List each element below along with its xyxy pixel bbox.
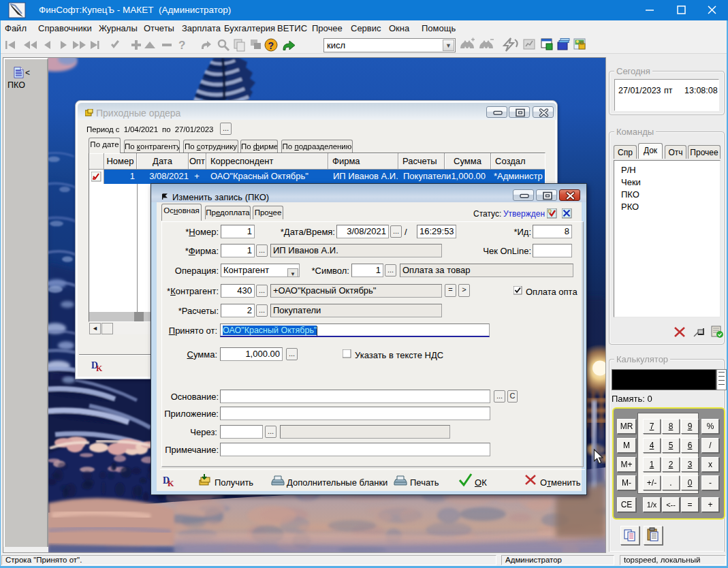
svg-text:K: K — [168, 479, 174, 487]
svg-text:?: ? — [178, 39, 185, 52]
svg-text:?: ? — [268, 40, 274, 51]
svg-text:K: K — [96, 364, 103, 372]
